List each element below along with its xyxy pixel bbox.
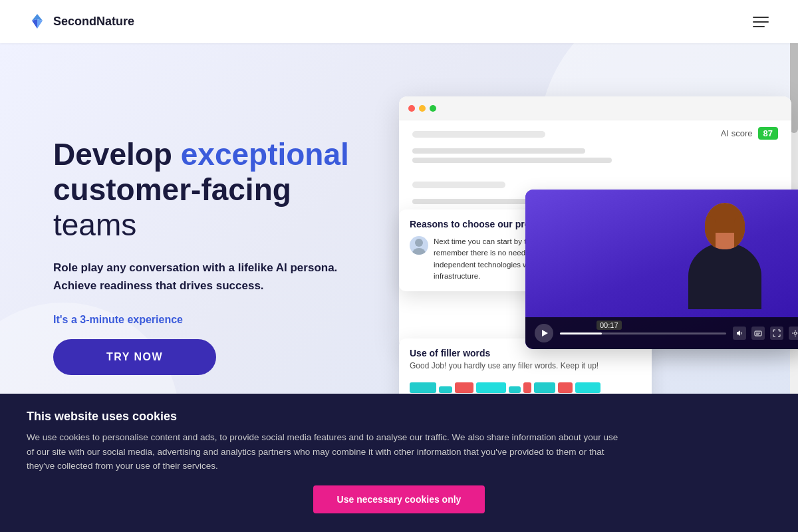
video-progress-bar[interactable]: 00:17 (560, 332, 726, 334)
navbar: SecondNature (0, 0, 798, 43)
cookie-banner: This website uses cookies We use cookies… (0, 394, 798, 532)
hamburger-line-1 (753, 17, 769, 18)
chat-avatar (410, 236, 428, 255)
svg-point-0 (415, 239, 423, 247)
try-now-button[interactable]: TRY NOW (53, 339, 216, 375)
video-overlay[interactable]: 00:17 (525, 190, 798, 349)
fbar-1 (410, 382, 436, 393)
logo-icon (27, 11, 48, 33)
fbar-5 (509, 386, 521, 393)
mock-bar-2 (412, 182, 505, 188)
hamburger-line-2 (753, 21, 769, 23)
hero-cta-label: It's a 3-minute experience (53, 314, 372, 326)
filler-bars (410, 377, 641, 393)
person-hair-left (705, 216, 716, 249)
ai-score-label: AI score (721, 128, 753, 138)
fbar-8 (558, 382, 573, 393)
fbar-7 (534, 382, 555, 393)
ai-score-badge: AI score 87 (721, 127, 778, 140)
person-silhouette (678, 203, 771, 323)
cookie-accept-button[interactable]: Use necessary cookies only (313, 485, 485, 513)
menu-button[interactable] (750, 14, 771, 30)
svg-point-5 (794, 332, 797, 334)
dot-yellow (419, 105, 426, 112)
fbar-4 (476, 382, 506, 393)
browser-bar (399, 96, 791, 120)
hero-title-teams: teams (53, 207, 136, 242)
person-head (705, 203, 745, 249)
hamburger-line-3 (753, 26, 765, 27)
cookie-body: We use cookies to personalise content an… (27, 430, 625, 473)
hero-right: AI score 87 Reasons to choose our produc… (372, 96, 798, 416)
video-progress-fill (560, 332, 602, 334)
hero-left: Develop exceptional customer-facing team… (53, 137, 372, 374)
fbar-3 (455, 382, 473, 393)
play-button[interactable] (535, 324, 553, 342)
logo[interactable]: SecondNature (27, 11, 134, 33)
mock-lines (412, 148, 778, 163)
logo-text: SecondNature (53, 15, 134, 29)
dot-green (430, 105, 436, 112)
person-body (688, 243, 761, 309)
cookie-title: This website uses cookies (27, 410, 771, 424)
ai-score-value: 87 (758, 127, 778, 140)
hero-title: Develop exceptional customer-facing team… (53, 137, 372, 243)
fbar-6 (523, 382, 531, 393)
fullscreen-icon[interactable] (770, 327, 783, 340)
volume-icon[interactable] (733, 327, 746, 340)
video-time: 00:17 (597, 321, 622, 330)
analysis-subtitle: Good Job! you hardly use any filler word… (410, 361, 641, 370)
hero-subtitle: Role play any conversation with a lifeli… (53, 259, 372, 295)
hero-title-exceptional: exceptional (181, 137, 349, 172)
mockup-container: AI score 87 Reasons to choose our produc… (399, 96, 798, 416)
video-controls: 00:17 (525, 317, 798, 349)
person-hair-right (734, 216, 745, 249)
dot-red (408, 105, 415, 112)
mock-line-2 (412, 158, 612, 163)
mock-line-1 (412, 148, 585, 154)
captions-icon[interactable] (751, 327, 765, 340)
svg-point-1 (412, 248, 426, 255)
fbar-2 (439, 386, 452, 393)
hero-title-develop: Develop (53, 137, 181, 172)
fbar-9 (575, 382, 600, 393)
mock-bar-1 (412, 131, 545, 138)
video-icons (733, 327, 798, 340)
hero-title-customer-facing: customer-facing (53, 172, 291, 207)
analysis-title: Use of filler words (410, 348, 641, 358)
settings-icon[interactable] (789, 327, 798, 340)
